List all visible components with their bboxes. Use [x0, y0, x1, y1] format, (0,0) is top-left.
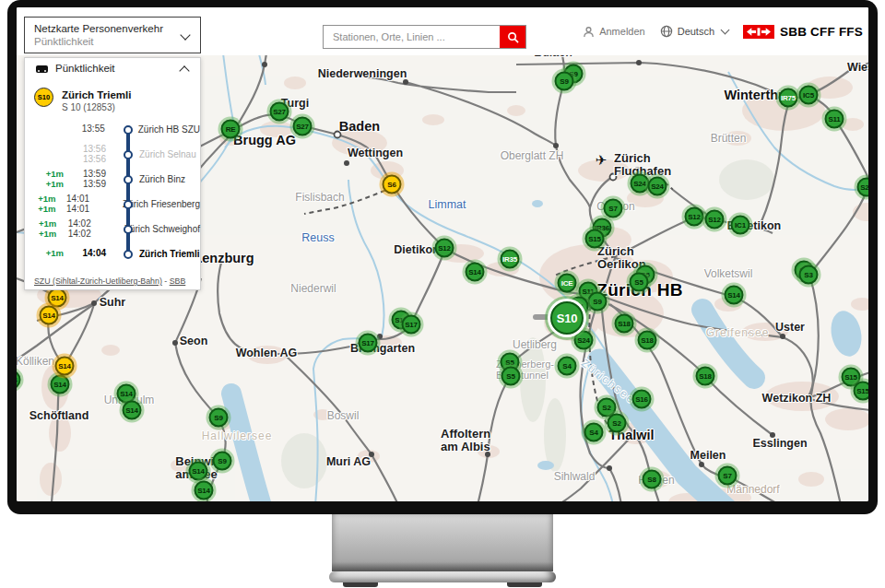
- search-box: [323, 25, 526, 49]
- train-marker-s11[interactable]: S11: [825, 110, 844, 129]
- map-label: Männedorf: [726, 483, 779, 496]
- search-icon: [507, 31, 519, 43]
- stop-time: 14:0214:02: [56, 219, 99, 239]
- stop-row[interactable]: 13:55Zürich HB SZU: [25, 117, 200, 142]
- train-marker-ic5[interactable]: IC5: [799, 86, 819, 105]
- train-marker-s7[interactable]: S7: [604, 199, 623, 218]
- language-label: Deutsch: [678, 26, 714, 37]
- stop-row[interactable]: +1m+1m13:5913:59Zürich Binz: [25, 167, 200, 192]
- stop-row[interactable]: +1m+1m14:0114:01Zürich Friesenberg: [25, 192, 200, 217]
- train-marker-s14[interactable]: S14: [51, 375, 70, 394]
- monitor-foot: [343, 582, 378, 587]
- train-marker-s18[interactable]: S18: [638, 331, 657, 350]
- stop-name: Zürich Schweighof: [124, 224, 200, 234]
- train-marker-s14[interactable]: S14: [123, 401, 142, 420]
- stop-name: Zürich Friesenberg: [123, 199, 200, 209]
- stop-row[interactable]: +1m+1m14:0214:02Zürich Schweighof: [25, 217, 200, 241]
- train-marker-s14[interactable]: S14: [55, 357, 75, 376]
- map-label: Wettingen: [348, 147, 403, 159]
- map-label: Niederweningen: [318, 67, 407, 80]
- train-line-badge: S10: [34, 88, 53, 107]
- train-marker-s5[interactable]: S5: [502, 367, 521, 386]
- operator-link[interactable]: SZU (Sihltal-Zürich-Uetliberg-Bahn): [34, 276, 162, 286]
- train-marker-s5[interactable]: S5: [630, 273, 649, 292]
- search-button[interactable]: [500, 26, 525, 48]
- timeline-node-icon: [124, 200, 133, 209]
- stop-delay: +1m+1m: [25, 170, 64, 189]
- sbb-link[interactable]: SBB: [170, 276, 186, 286]
- train-marker-s14[interactable]: S14: [48, 288, 67, 308]
- language-selector[interactable]: Deutsch: [660, 25, 728, 38]
- train-marker-s12[interactable]: S12: [685, 207, 704, 227]
- train-marker-s15[interactable]: S15: [585, 229, 605, 249]
- search-input[interactable]: [324, 26, 506, 48]
- train-marker-re[interactable]: RE: [221, 120, 241, 139]
- train-marker-s10[interactable]: S10: [550, 301, 584, 335]
- train-marker-s16[interactable]: S16: [632, 390, 652, 409]
- train-marker-s4[interactable]: S4: [558, 357, 577, 376]
- train-marker-s24[interactable]: S24: [631, 174, 650, 194]
- train-marker-ic1[interactable]: IC1: [731, 216, 750, 235]
- user-icon: [583, 26, 595, 38]
- map-label: Kölliken: [17, 355, 54, 368]
- monitor-stand: [332, 514, 553, 571]
- login-link[interactable]: Anmelden: [583, 26, 645, 38]
- train-marker-s17[interactable]: S17: [402, 315, 421, 335]
- train-marker-s7[interactable]: S7: [718, 466, 738, 486]
- panel-title: Pünktlichkeit: [55, 63, 115, 74]
- train-marker-s14[interactable]: S14: [40, 306, 59, 325]
- train-marker-s8[interactable]: S8: [643, 470, 662, 489]
- sbb-logo[interactable]: SBB CFF FFS: [743, 25, 863, 39]
- train-marker-s24[interactable]: S24: [648, 177, 667, 196]
- train-marker-s9[interactable]: S9: [555, 72, 574, 91]
- chevron-down-icon: [180, 29, 190, 40]
- sbb-flag-icon: [743, 25, 774, 39]
- map-label: Schöftland: [30, 409, 89, 422]
- train-marker-ice[interactable]: ICE: [558, 274, 577, 293]
- chevron-up-icon: [179, 65, 189, 76]
- app-header: Netzkarte Personenverkehr Pünktlichkeit: [17, 7, 868, 55]
- stop-row[interactable]: 13:5613:56Zürich Selnau: [25, 142, 200, 167]
- map-label: Uster: [775, 321, 805, 334]
- train-marker-s9[interactable]: S9: [588, 292, 608, 312]
- train-marker-s18[interactable]: S18: [696, 367, 715, 386]
- stop-row[interactable]: +1m14:04Zürich Triemli: [25, 241, 200, 266]
- train-marker-s24[interactable]: S24: [574, 331, 594, 350]
- timeline-node-icon: [124, 175, 133, 184]
- train-marker-s27[interactable]: S27: [293, 117, 313, 136]
- train-marker-ir75[interactable]: IR75: [779, 88, 798, 108]
- chevron-down-icon: [721, 26, 730, 35]
- map-label: Niederwil: [290, 282, 336, 295]
- map-label: Volketswil: [704, 267, 753, 280]
- train-marker-s9[interactable]: S9: [213, 452, 232, 471]
- train-marker-s9[interactable]: S9: [209, 408, 229, 428]
- train-marker-s14[interactable]: S14: [725, 286, 744, 305]
- map-label: Seon: [180, 335, 208, 347]
- train-marker-s4[interactable]: S4: [584, 423, 604, 442]
- map-label: Meilen: [690, 449, 726, 462]
- train-marker-s14[interactable]: S14: [189, 462, 208, 481]
- panel-header[interactable]: Pünktlichkeit: [25, 58, 200, 80]
- train-marker-s6[interactable]: S6: [383, 175, 402, 194]
- train-marker-s2[interactable]: S2: [608, 414, 627, 433]
- train-marker-s14[interactable]: S14: [195, 481, 214, 500]
- airport-icon: ✈: [596, 152, 608, 169]
- train-marker-s15[interactable]: S15: [854, 382, 869, 401]
- train-marker-s12[interactable]: S12: [705, 210, 725, 229]
- train-name: Zürich Triemli: [62, 89, 131, 100]
- train-marker-ir35[interactable]: IR35: [501, 250, 520, 269]
- train-marker-s27[interactable]: S27: [270, 102, 289, 122]
- train-marker-s3[interactable]: S3: [799, 265, 819, 285]
- screen: ✈ NiederweningenTurgiBadenBrugg AGWettin…: [17, 7, 868, 501]
- login-label: Anmelden: [599, 26, 645, 37]
- header-right: Anmelden Deutsch: [583, 20, 863, 42]
- layer-select-dropdown[interactable]: Netzkarte Personenverkehr Pünktlichkeit: [24, 17, 201, 53]
- train-line-info: S 10 (12853): [62, 102, 115, 112]
- train-marker-s12[interactable]: S12: [435, 239, 454, 258]
- train-marker-s14[interactable]: S14: [466, 263, 485, 282]
- train-marker-s17[interactable]: S17: [359, 334, 378, 353]
- map-label: Muri AG: [326, 455, 371, 468]
- punctuality-panel: Pünktlichkeit S10 Zürich Triemli S 10 (1…: [24, 57, 201, 290]
- train-marker-s18[interactable]: S18: [615, 314, 634, 334]
- stop-delay: +1m: [25, 249, 64, 259]
